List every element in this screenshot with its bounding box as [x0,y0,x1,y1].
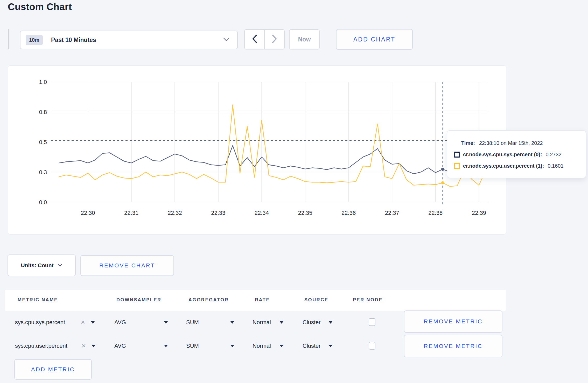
source-select[interactable]: Cluster [303,313,321,332]
aggregator-select[interactable]: SUM [186,336,199,356]
svg-text:0.3: 0.3 [39,169,47,175]
source-value: Cluster [303,343,321,349]
metric-name-label: sys.cpu.user.percent [15,343,67,349]
svg-text:22:37: 22:37 [385,210,399,216]
caret-down-icon[interactable] [279,313,284,332]
per-node-checkbox[interactable] [369,342,375,350]
table-row: sys.cpu.user.percent ✕ AVG SUM Normal Cl… [0,336,588,356]
units-label: Units: Count [21,262,54,268]
time-nav-group [244,29,285,49]
svg-text:0.5: 0.5 [39,139,47,145]
time-range-select[interactable]: 10m Past 10 Minutes [20,31,238,49]
column-header-metric-name: METRIC NAME [18,297,58,303]
downsampler-value: AVG [114,343,126,349]
add-chart-button[interactable]: ADD CHART [336,29,413,50]
svg-text:22:30: 22:30 [81,210,95,216]
caret-down-icon[interactable] [230,336,234,356]
svg-text:22:33: 22:33 [211,210,225,216]
cpu-usage-chart[interactable]: 0.00.30.50.81.022:3022:3122:3222:3322:34… [8,66,507,235]
chevron-right-icon [272,34,277,44]
column-header-downsampler: DOWNSAMPLER [116,297,162,303]
downsampler-value: AVG [114,319,126,326]
caret-down-icon[interactable] [328,336,333,356]
tooltip-series-name: cr.node.sys.cpu.sys.percent (0): [463,152,542,158]
metric-name-select[interactable]: sys.cpu.sys.percent [15,313,65,332]
caret-down-icon[interactable] [164,336,168,356]
series-user-swatch-icon [454,163,460,169]
rate-value: Normal [253,343,271,349]
aggregator-select[interactable]: SUM [186,313,199,332]
caret-down-icon[interactable] [328,313,333,332]
chevron-left-icon [252,34,257,44]
now-button[interactable]: Now [289,29,320,49]
remove-chart-button[interactable]: REMOVE CHART [80,255,174,276]
svg-text:0.0: 0.0 [39,199,47,205]
svg-text:22:31: 22:31 [124,210,138,216]
column-header-source: SOURCE [304,297,328,303]
svg-text:22:32: 22:32 [168,210,182,216]
caret-down-icon[interactable] [91,313,95,332]
caret-down-icon[interactable] [92,336,96,356]
source-select[interactable]: Cluster [303,336,321,356]
remove-metric-button[interactable]: REMOVE METRIC [404,310,502,333]
aggregator-value: SUM [186,343,199,349]
tooltip-series-value: 0.2732 [546,152,562,158]
svg-text:22:34: 22:34 [255,210,269,216]
source-value: Cluster [303,319,321,326]
tooltip-series-value: 0.1601 [548,163,563,169]
downsampler-select[interactable]: AVG [114,336,126,356]
svg-text:1.0: 1.0 [39,79,47,85]
downsampler-select[interactable]: AVG [114,313,126,332]
toolbar-left-divider [8,29,9,49]
rate-select[interactable]: Normal [253,336,271,356]
page-title: Custom Chart [8,2,72,12]
table-row: sys.cpu.sys.percent ✕ AVG SUM Normal Clu… [0,313,588,332]
time-back-button[interactable] [245,30,265,49]
time-range-label: Past 10 Minutes [51,37,96,44]
clear-metric-icon[interactable]: ✕ [81,313,85,332]
rate-value: Normal [253,319,271,326]
tooltip-series-row: cr.node.sys.cpu.sys.percent (0): 0.2732 [454,149,586,160]
units-select[interactable]: Units: Count [8,254,76,276]
column-header-per-node: PER NODE [353,297,383,303]
per-node-checkbox[interactable] [369,318,375,326]
chevron-down-icon [58,263,62,268]
time-forward-button[interactable] [265,30,284,49]
clear-metric-icon[interactable]: ✕ [81,336,86,356]
svg-text:0.8: 0.8 [39,109,47,115]
svg-text:22:39: 22:39 [472,210,486,216]
tooltip-series-name: cr.node.sys.cpu.user.percent (1): [463,163,544,169]
remove-metric-button[interactable]: REMOVE METRIC [404,335,502,357]
series-sys-swatch-icon [454,152,460,158]
chevron-down-icon [223,38,229,42]
tooltip-time-label: Time: [461,140,475,146]
aggregator-value: SUM [186,319,199,326]
chart-card: 0.00.30.50.81.022:3022:3122:3222:3322:34… [8,65,506,235]
caret-down-icon[interactable] [230,313,234,332]
tooltip-time-row: Time: 22:38:10 on Mar 15th, 2022 [454,137,586,149]
time-range-badge: 10m [26,35,43,45]
column-header-rate: RATE [255,297,270,303]
chart-hover-tooltip: Time: 22:38:10 on Mar 15th, 2022 cr.node… [447,130,586,178]
caret-down-icon[interactable] [164,313,168,332]
svg-text:22:35: 22:35 [298,210,312,216]
metric-name-select[interactable]: sys.cpu.user.percent [15,336,67,356]
tooltip-time-value: 22:38:10 on Mar 15th, 2022 [479,140,543,146]
caret-down-icon[interactable] [279,336,284,356]
rate-select[interactable]: Normal [253,313,271,332]
add-metric-button[interactable]: ADD METRIC [14,359,92,380]
tooltip-series-row: cr.node.sys.cpu.user.percent (1): 0.1601 [454,160,586,172]
svg-text:22:38: 22:38 [428,210,443,216]
svg-text:22:36: 22:36 [341,210,356,216]
column-header-aggregator: AGGREGATOR [188,297,229,303]
metric-name-label: sys.cpu.sys.percent [15,319,65,326]
